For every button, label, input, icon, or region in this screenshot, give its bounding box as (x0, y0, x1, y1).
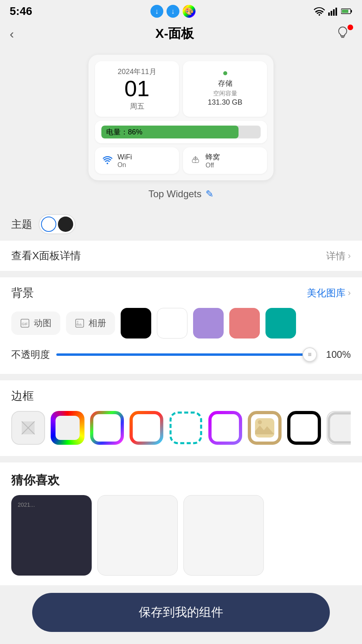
lightbulb-icon-container[interactable] (335, 25, 352, 42)
theme-label: 主题 (11, 217, 32, 231)
color-black[interactable] (121, 308, 151, 339)
save-button[interactable]: 保存到我的组件 (32, 593, 330, 632)
battery-icon (341, 8, 352, 14)
details-link[interactable]: 详情 › (326, 250, 351, 262)
page-title: X-面板 (155, 25, 194, 43)
svg-point-26 (258, 420, 262, 424)
svg-rect-0 (328, 12, 330, 16)
save-btn-container: 保存到我的组件 (0, 585, 362, 644)
widget-row-3: WiFi On 蜂窝 Off (95, 147, 267, 174)
placeholder-icon (20, 420, 36, 436)
cellular-info: 蜂窝 Off (206, 152, 220, 169)
status-right-icons (314, 7, 352, 16)
wifi-card: WiFi On (95, 147, 179, 174)
svg-rect-23 (210, 413, 241, 443)
wifi-info: WiFi On (117, 153, 132, 169)
battery-card: 电量：86% (95, 121, 267, 143)
slider-thumb[interactable]: ≡ (302, 347, 317, 362)
svg-rect-1 (331, 11, 332, 16)
storage-label: 存储 (218, 78, 232, 88)
top-widgets-label: Top Widgets ✎ (0, 188, 362, 200)
gif-option[interactable]: GIF 动图 (11, 312, 60, 335)
background-section: 背景 美化图库 › GIF 动图 相册 不透明度 ≡ 100% (0, 277, 362, 374)
color-pink[interactable] (229, 308, 260, 339)
color-white[interactable] (157, 308, 187, 339)
suggestions-section: 猜你喜欢 2021... (0, 462, 362, 585)
date-day: 01 (101, 77, 173, 100)
download-icon-1: ↓ (150, 5, 163, 18)
svg-rect-3 (335, 8, 337, 16)
slider-track: ≡ (56, 353, 316, 356)
border-photo-frame[interactable] (248, 411, 282, 445)
beautify-link[interactable]: 美化图库 › (307, 287, 351, 299)
theme-dark-option[interactable] (58, 217, 73, 232)
details-row[interactable]: 查看X面板详情 详情 › (11, 249, 351, 263)
details-label: 查看X面板详情 (11, 249, 81, 263)
border-dashed-teal[interactable] (169, 411, 203, 445)
widget-preview: 2024年11月 01 周五 存储 空闲容量 131.30 GB 电量：86% (88, 55, 274, 180)
svg-rect-7 (341, 36, 345, 37)
orange-border-icon (130, 411, 163, 445)
border-black[interactable] (287, 411, 321, 445)
black-border-icon (287, 411, 321, 445)
cellular-status: Off (206, 162, 220, 169)
date-year: 2024年11月 (101, 67, 173, 76)
album-option[interactable]: 相册 (66, 312, 115, 335)
theme-toggle[interactable] (39, 214, 76, 234)
opacity-label: 不透明度 (11, 348, 50, 361)
suggestions-grid: 2021... (11, 495, 351, 576)
background-options: GIF 动图 相册 (11, 308, 351, 339)
svg-rect-2 (333, 9, 335, 16)
border-white[interactable] (327, 411, 351, 445)
color-purple[interactable] (193, 308, 224, 339)
top-nav: ‹ X-面板 (0, 21, 362, 47)
border-orange[interactable] (130, 411, 163, 445)
svg-rect-8 (341, 37, 344, 38)
back-button[interactable]: ‹ (10, 27, 14, 41)
dashed-border-icon (169, 411, 203, 445)
date-weekday: 周五 (101, 101, 173, 111)
storage-status-dot (223, 71, 227, 75)
notification-badge (348, 25, 353, 30)
opacity-row: 不透明度 ≡ 100% (11, 348, 351, 361)
battery-text: 电量：86% (106, 127, 142, 137)
details-section: 查看X面板详情 详情 › (0, 241, 362, 271)
theme-light-option[interactable] (41, 217, 56, 232)
svg-text:GIF: GIF (22, 322, 28, 326)
suggestion-card-2[interactable] (97, 495, 178, 576)
svg-rect-20 (92, 413, 122, 443)
border-none[interactable] (11, 411, 45, 445)
white-border-icon (327, 411, 351, 445)
svg-rect-5 (351, 10, 352, 12)
widget-row-1: 2024年11月 01 周五 存储 空闲容量 131.30 GB (95, 61, 267, 117)
suggestions-title: 猜你喜欢 (11, 472, 351, 489)
wifi-label: WiFi (117, 153, 132, 161)
svg-point-16 (77, 321, 78, 322)
background-title: 背景 (11, 285, 34, 301)
purple-border-icon (208, 411, 242, 445)
storage-sub-label: 空闲容量 (213, 90, 237, 97)
storage-value: 131.30 GB (208, 98, 242, 107)
border-colorful[interactable] (90, 411, 124, 445)
svg-rect-27 (289, 413, 319, 443)
edit-icon[interactable]: ✎ (206, 188, 214, 200)
battery-bar-bg: 电量：86% (101, 126, 261, 138)
chevron-right-icon: › (348, 251, 351, 261)
status-icons: ↓ ↓ 🎨 (150, 5, 195, 18)
date-card: 2024年11月 01 周五 (95, 61, 179, 117)
border-purple[interactable] (208, 411, 242, 445)
opacity-slider[interactable]: ≡ (56, 348, 316, 361)
cellular-widget-icon (189, 155, 202, 167)
wifi-icon (314, 7, 325, 16)
border-rainbow[interactable] (51, 411, 84, 445)
status-bar: 5:46 ↓ ↓ 🎨 (0, 0, 362, 21)
battery-bar-fill: 电量：86% (101, 126, 239, 138)
color-teal[interactable] (265, 308, 296, 339)
photo-frame-icon (248, 411, 282, 445)
suggestion-card-1[interactable]: 2021... (11, 495, 92, 576)
storage-card: 存储 空闲容量 131.30 GB (183, 61, 267, 117)
background-header: 背景 美化图库 › (11, 285, 351, 301)
svg-rect-22 (171, 413, 201, 443)
border-title: 边框 (11, 388, 351, 404)
suggestion-card-3[interactable] (183, 495, 264, 576)
